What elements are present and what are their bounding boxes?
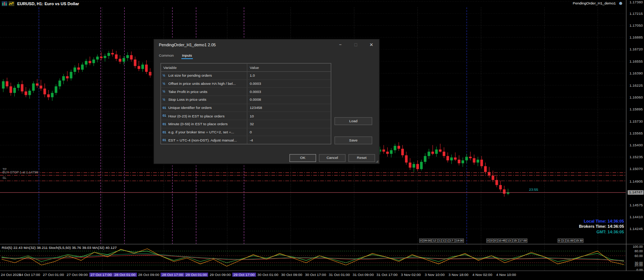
- input-row[interactable]: 01Unique identifier for orders123458: [161, 104, 331, 112]
- time-axis-label[interactable]: 4 Nov 02:00: [472, 273, 492, 277]
- time-axis-label[interactable]: 31 Oct 17:00: [376, 273, 398, 277]
- cancel-button[interactable]: Cancel: [319, 154, 346, 162]
- input-variable: ½Stop Loss in price units: [161, 96, 247, 104]
- time-axis-label[interactable]: 4 Nov 10:00: [496, 273, 516, 277]
- current-price-tag: 1.14747: [628, 190, 644, 194]
- input-value[interactable]: -4: [247, 138, 331, 142]
- time-axis-label[interactable]: 30 Oct 09:00: [281, 273, 302, 277]
- close-icon[interactable]: ✕: [369, 42, 374, 47]
- time-axis-label[interactable]: 24 Oct 17:00: [19, 273, 40, 277]
- indicator-pane-separator[interactable]: [0, 244, 644, 244]
- input-row[interactable]: ½Stop Loss in price units0.0008: [161, 96, 331, 104]
- time-tag: 09:00: [423, 239, 432, 243]
- input-variable-text: EST = UTC-4 (non-DST). Adjust manual...: [168, 138, 237, 142]
- broker-time: Brokers Time: 14:36:05: [579, 224, 624, 229]
- time-tag: 0: [494, 239, 497, 243]
- time-axis-label[interactable]: 30 Oct 01:00: [257, 273, 278, 277]
- column-header-variable[interactable]: Variable: [161, 64, 247, 71]
- time-tag: 1: [446, 239, 449, 243]
- input-variable: 01Minute (0-59) in EST to place orders: [161, 120, 247, 128]
- input-value[interactable]: 10: [247, 114, 331, 118]
- input-variable: 01Unique identifier for orders: [161, 104, 247, 112]
- input-variable-text: Take Profit in price units: [168, 90, 208, 94]
- time-axis-label-highlighted[interactable]: 29 Oct 17:00: [232, 273, 256, 277]
- time-axis-label-highlighted[interactable]: 28 Oct 01:00: [113, 273, 137, 277]
- time-axis-label[interactable]: 31 Oct 09:00: [353, 273, 374, 277]
- input-variable: 01e.g. if your broker time = UTC+2, set …: [161, 128, 247, 136]
- param-type-icon: ½: [162, 90, 168, 94]
- input-variable-text: e.g. if your broker time = UTC+2, set =.…: [168, 130, 234, 134]
- tab-inputs[interactable]: Inputs: [181, 53, 193, 59]
- time-tag: 10:45: [497, 239, 506, 243]
- time-axis-label-highlighted[interactable]: 28 Oct 17:00: [161, 273, 184, 277]
- time-axis[interactable]: 24 Oct 202524 Oct 17:0027 Oct 01:0027 Oc…: [0, 271, 644, 280]
- input-variable-text: Minute (0-59) in EST to place orders: [168, 122, 228, 126]
- time-axis-label[interactable]: 27 Oct 01:00: [43, 273, 64, 277]
- input-variable: 01EST = UTC-4 (non-DST). Adjust manual..…: [161, 136, 247, 144]
- input-row[interactable]: 01Minute (0-59) in EST to place orders32: [161, 120, 331, 128]
- time-axis-label[interactable]: 28 Oct 09:00: [138, 273, 159, 277]
- input-value[interactable]: 0.0003: [247, 90, 331, 94]
- price-axis-label: 1.14905: [630, 179, 643, 183]
- time-axis-label[interactable]: 3 Nov 18:00: [449, 273, 469, 277]
- indicator-values-label: RSI(5) 22.43 MA(32) 38.211 Stoch(5,5,50)…: [1, 246, 117, 250]
- order-line-label[interactable]: SL: [3, 176, 7, 180]
- time-axis-label[interactable]: 29 Oct 09:00: [209, 273, 231, 277]
- input-row[interactable]: ½Offset in price units above HA high / b…: [161, 80, 331, 88]
- input-value[interactable]: 123458: [247, 106, 331, 110]
- input-row[interactable]: 01e.g. if your broker time = UTC+2, set …: [161, 128, 331, 136]
- input-row[interactable]: 01EST = UTC-4 (non-DST). Adjust manual..…: [161, 136, 331, 144]
- time-axis-label[interactable]: 31 Oct 01:00: [329, 273, 350, 277]
- price-axis-label: 1.16885: [630, 35, 643, 39]
- input-row[interactable]: ½Take Profit in price units0.0003: [161, 88, 331, 96]
- price-axis-label: 1.14410: [630, 215, 643, 219]
- minimize-icon[interactable]: −: [338, 42, 343, 47]
- save-button[interactable]: Save: [335, 137, 372, 144]
- time-axis-label[interactable]: 27 Oct 09:00: [67, 273, 88, 277]
- price-axis[interactable]: 1.14747 1.173801.172151.170501.168851.16…: [626, 0, 644, 280]
- time-axis-label[interactable]: 3 Nov 10:00: [425, 273, 445, 277]
- time-tag: 17:: [449, 239, 455, 243]
- tab-common[interactable]: Common: [158, 53, 175, 59]
- price-axis-label: 1.14575: [630, 203, 643, 207]
- input-variable-text: Offset in price units above HA high / be…: [168, 81, 236, 86]
- terminal-chart-window: EURUSD, H1: Euro vs US Dollar PendingOrd…: [0, 0, 644, 280]
- local-time: Local Time: 14:36:05: [579, 219, 624, 224]
- time-tag: 15:: [513, 239, 518, 243]
- input-variable: ½Take Profit in price units: [161, 88, 247, 96]
- session-time-tags: 009:0012:11117:19:00: [419, 239, 464, 243]
- input-row[interactable]: 01Hour (0-23) in EST to place orders10: [161, 112, 331, 120]
- load-button[interactable]: Load: [335, 117, 372, 125]
- time-axis-label[interactable]: 30 Oct 17:00: [305, 273, 326, 277]
- price-axis-label: 1.16390: [630, 71, 643, 75]
- resize-grip-icon[interactable]: [376, 160, 378, 163]
- time-axis-label[interactable]: 3 Nov 02:00: [401, 273, 421, 277]
- input-value[interactable]: 0: [247, 130, 331, 134]
- clock-overlay: Local Time: 14:36:05 Brokers Time: 14:36…: [579, 219, 624, 234]
- time-axis-label[interactable]: 24 Oct 2025: [1, 273, 21, 277]
- price-axis-label: 1.15565: [630, 131, 643, 135]
- time-axis-label-highlighted[interactable]: 29 Oct 01:00: [185, 273, 208, 277]
- input-value[interactable]: 1.0: [247, 73, 331, 77]
- time-axis-label-highlighted[interactable]: 27 Oct 17:00: [89, 273, 113, 277]
- reset-button[interactable]: Reset: [348, 154, 375, 162]
- dialog-tabs: Common Inputs: [154, 50, 379, 59]
- input-value[interactable]: 32: [247, 122, 331, 126]
- param-type-icon: 01: [162, 106, 168, 110]
- param-type-icon: 01: [162, 130, 168, 134]
- ok-button[interactable]: OK: [289, 154, 316, 162]
- chart-icon: [1, 1, 7, 6]
- param-type-icon: 01: [162, 138, 168, 142]
- price-axis-label: 1.16555: [630, 59, 643, 63]
- input-row[interactable]: ½Lot size for pending orders1.0: [161, 72, 331, 80]
- column-header-value[interactable]: Value: [247, 66, 331, 70]
- gmt-time: GMT: 14:36:05: [579, 229, 624, 234]
- price-axis-label: 1.15895: [630, 107, 643, 111]
- price-axis-label: 1.15070: [630, 167, 643, 171]
- maximize-icon[interactable]: □: [353, 42, 359, 47]
- time-tag: 13:: [507, 239, 512, 243]
- order-line-label[interactable]: BUY STOP 1 at 1.14798: [3, 170, 38, 174]
- input-value[interactable]: 0.0008: [247, 98, 331, 102]
- expert-advisor-icon[interactable]: [618, 0, 623, 6]
- input-value[interactable]: 0.0003: [247, 81, 331, 86]
